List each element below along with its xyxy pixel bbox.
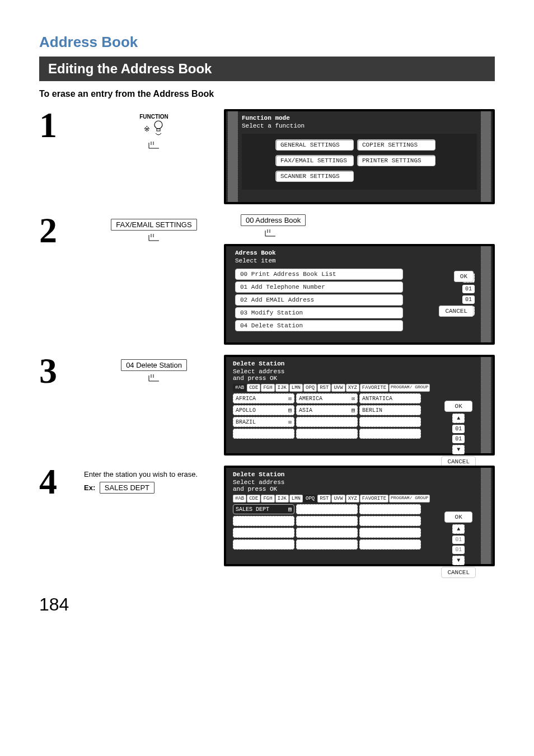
station-asia[interactable]: ASIA▤ (296, 405, 358, 415)
station-america[interactable]: AMERICA✉ (296, 393, 358, 403)
tab-rst[interactable]: RST (317, 384, 331, 392)
station-empty[interactable] (296, 417, 358, 427)
tab-uvw[interactable]: UVW (331, 384, 345, 392)
doc-icon: ▤ (288, 407, 292, 414)
tab-opq[interactable]: OPQ (303, 384, 317, 392)
delete-station-04-label[interactable]: 04 Delete Station (121, 359, 187, 371)
fax-email-settings-button[interactable]: FAX/EMAIL SETTINGS (275, 155, 354, 166)
example-value: SALES DEPT (100, 482, 154, 494)
step-number-4: 4 (39, 466, 84, 498)
page-indicator-bottom: 01 (452, 435, 465, 443)
copier-settings-button[interactable]: COPIER SETTINGS (357, 139, 435, 151)
press-finger-icon (263, 228, 278, 241)
station-brazil[interactable]: BRAZIL✉ (233, 417, 294, 427)
station-empty[interactable] (359, 539, 421, 550)
station-apollo[interactable]: APOLLO▤ (233, 405, 294, 415)
panel-sub-2: and press OK (233, 375, 277, 382)
tab-ijk[interactable]: IJK (275, 384, 289, 392)
scroll-up-icon[interactable]: ▲ (452, 414, 465, 423)
panel-sub-1: Select address (233, 479, 284, 486)
svg-point-0 (154, 121, 162, 129)
item-add-email[interactable]: 02 Add EMAIL Address (235, 294, 403, 306)
mail-icon: ✉ (288, 395, 292, 402)
function-star-icon: ※ (144, 125, 150, 133)
printer-settings-button[interactable]: PRINTER SETTINGS (357, 155, 435, 166)
station-empty[interactable] (359, 504, 421, 514)
ok-button[interactable]: OK (444, 511, 472, 523)
example-label: Ex: (84, 483, 95, 492)
tab-rst[interactable]: RST (317, 495, 331, 503)
tab-xyz[interactable]: XYZ (346, 384, 359, 392)
step4-instruction: Enter the station you wish to erase. (84, 470, 224, 478)
tab-fgh[interactable]: FGH (261, 495, 274, 503)
tab-lmn[interactable]: LMN (289, 384, 303, 392)
station-empty[interactable] (233, 539, 294, 550)
section-title: Address Book (39, 34, 495, 51)
station-empty[interactable] (296, 528, 358, 538)
tab-opq[interactable]: OPQ (303, 495, 317, 503)
item-add-telephone[interactable]: 01 Add Telephone Number (235, 281, 403, 293)
tab-ab[interactable]: #AB (233, 495, 246, 503)
tab-xyz[interactable]: XYZ (346, 495, 359, 503)
scanner-settings-button[interactable]: SCANNER SETTINGS (275, 171, 354, 182)
cancel-button[interactable]: CANCEL (439, 306, 474, 317)
step-4: 4 Enter the station you wish to erase. E… (39, 466, 495, 566)
subheading: To erase an entry from the Address Book (39, 89, 495, 99)
mail-icon: ✉ (288, 419, 292, 425)
panel-title: Delete Station (233, 360, 474, 367)
page-number: 184 (39, 594, 495, 615)
station-antratica[interactable]: ANTRATICA (359, 393, 421, 403)
ok-button[interactable]: OK (444, 401, 472, 412)
tab-favorite[interactable]: FAVORITE (360, 495, 388, 503)
station-empty[interactable] (233, 528, 294, 538)
station-empty[interactable] (359, 516, 421, 526)
station-empty[interactable] (359, 429, 421, 439)
tab-fgh[interactable]: FGH (261, 384, 274, 392)
item-delete-station[interactable]: 04 Delete Station (235, 320, 403, 331)
address-book-00-label[interactable]: 00 Address Book (241, 214, 306, 226)
fax-email-settings-label[interactable]: FAX/EMAIL SETTINGS (111, 219, 196, 231)
station-empty[interactable] (296, 429, 358, 439)
tab-uvw[interactable]: UVW (331, 495, 345, 503)
mail-icon: ✉ (352, 395, 355, 402)
address-book-panel: Adress Book Select item 00 Print Address… (224, 244, 495, 345)
scroll-down-icon[interactable]: ▼ (452, 445, 465, 454)
scroll-down-icon[interactable]: ▼ (452, 556, 465, 565)
step-1: 1 FUNCTION ※ Function mode Select a func… (39, 109, 495, 204)
station-africa[interactable]: AFRICA✉ (233, 393, 294, 403)
general-settings-button[interactable]: GENERAL SETTINGS (275, 139, 354, 151)
tab-cde[interactable]: CDE (247, 495, 260, 503)
station-empty[interactable] (296, 504, 358, 514)
step-3: 3 04 Delete Station Delete Station Selec… (39, 355, 495, 456)
station-berlin[interactable]: BERLIN (359, 405, 421, 415)
cancel-button[interactable]: CANCEL (441, 567, 476, 578)
page-indicator-top: 01 (452, 536, 465, 544)
scroll-up-icon[interactable]: ▲ (452, 524, 465, 534)
station-empty[interactable] (359, 417, 421, 427)
press-finger-icon (147, 140, 161, 152)
station-empty[interactable] (296, 539, 358, 550)
station-empty[interactable] (233, 516, 294, 526)
tab-lmn[interactable]: LMN (289, 495, 303, 503)
tab-cde[interactable]: CDE (247, 384, 260, 392)
panel-sub-1: Select address (233, 368, 284, 375)
tab-ijk[interactable]: IJK (275, 495, 289, 503)
tab-program-group[interactable]: PROGRAM/ GROUP (389, 495, 430, 503)
ok-button[interactable]: OK (454, 271, 474, 282)
press-finger-icon (84, 233, 224, 245)
panel-subtitle: Select item (235, 257, 477, 264)
tab-favorite[interactable]: FAVORITE (360, 384, 388, 392)
station-empty[interactable] (233, 429, 294, 439)
step-number-3: 3 (39, 355, 84, 387)
panel-title: Adress Book (235, 250, 477, 256)
item-modify-station[interactable]: 03 Modify Station (235, 307, 403, 318)
station-empty[interactable] (359, 528, 421, 538)
tab-program-group[interactable]: PROGRAM/ GROUP (389, 384, 430, 392)
step-number-1: 1 (39, 109, 84, 142)
tab-ab[interactable]: #AB (233, 384, 246, 392)
section-bar: Editing the Address Book (39, 57, 495, 81)
station-empty[interactable] (296, 516, 358, 526)
station-sales-dept[interactable]: SALES DEPT▤ (233, 504, 294, 514)
panel-subtitle: Select a function (242, 123, 477, 129)
item-print-list[interactable]: 00 Print Address Book List (235, 269, 403, 280)
